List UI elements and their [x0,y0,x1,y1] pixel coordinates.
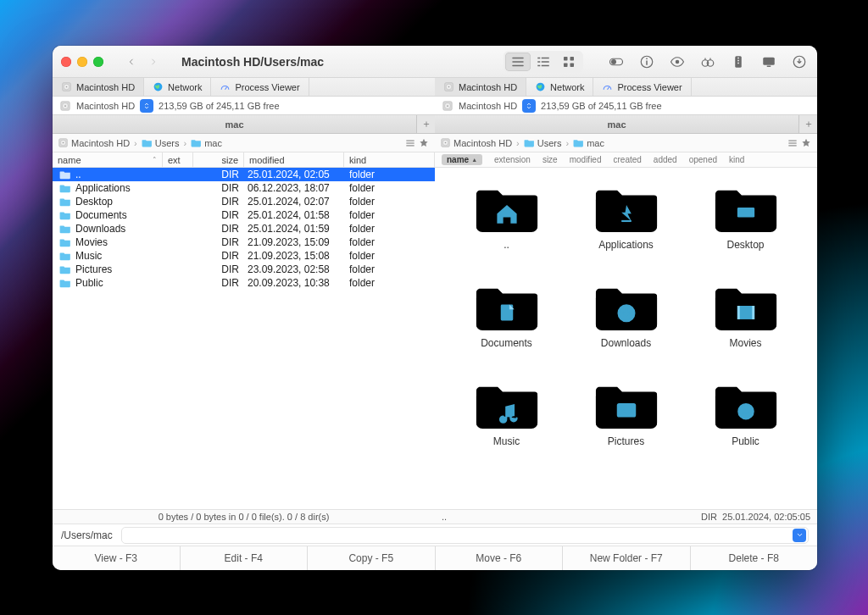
row-kind: folder [344,277,435,289]
folder-icon [595,281,658,330]
row-size: DIR [193,169,244,180]
scope-network-left[interactable]: Network [144,78,211,96]
table-row[interactable]: MusicDIR21.09.2023, 15:08folder [53,249,435,263]
crumb-mac-left[interactable]: mac [191,137,222,148]
scope-volume-left[interactable]: Macintosh HD [53,78,144,96]
grid-item[interactable]: Documents [447,281,566,380]
icon-col-added[interactable]: added [654,155,677,164]
close-button[interactable] [61,57,71,67]
icon-grid-right[interactable]: ..ApplicationsDesktopDocumentsDownloadsM… [435,168,817,509]
minimize-button[interactable] [77,57,87,67]
table-row[interactable]: DownloadsDIR25.01.2024, 01:59folder [53,222,435,235]
history-icon[interactable] [404,137,416,149]
window-controls [61,57,103,67]
panel-tab-add-right[interactable]: ＋ [798,115,817,133]
bottom-buttons: View - F3 Edit - F4 Copy - F5 Move - F6 … [53,546,817,570]
table-row[interactable]: ApplicationsDIR06.12.2023, 18:07folder [53,181,435,195]
col-name[interactable]: name˄ [53,152,163,167]
row-modified: 23.09.2023, 02:58 [244,263,344,275]
quicklook-icon[interactable] [668,53,687,71]
view-button[interactable]: View - F3 [53,546,181,570]
hidden-toggle-icon[interactable] [607,53,626,71]
col-ext[interactable]: ext [163,152,193,167]
crumb-root-left[interactable]: Macintosh HD [58,137,130,148]
grid-item[interactable]: Movies [686,281,805,380]
scope-process-left[interactable]: Process Viewer [211,78,309,96]
scope-volume-label: Macintosh HD [76,82,135,92]
grid-item[interactable]: Public [686,380,805,478]
search-icon[interactable] [698,53,717,71]
panel-tab-add-left[interactable]: ＋ [416,115,435,133]
row-size: DIR [193,250,244,262]
crumb-mac-right[interactable]: mac [573,137,604,148]
table-row[interactable]: MoviesDIR21.09.2023, 15:09folder [53,235,435,249]
favorite-icon[interactable] [418,137,430,149]
favorite-icon[interactable] [800,137,812,149]
nav-forward-button[interactable] [142,53,164,71]
path-dropdown-button[interactable] [793,529,806,542]
grid-item[interactable]: Applications [566,183,686,281]
grid-item-label: Downloads [601,337,651,349]
folder-icon [59,224,71,234]
icon-col-modified[interactable]: modified [570,155,602,164]
download-icon[interactable] [790,53,809,71]
view-list-button[interactable] [505,53,531,71]
grid-item-label: Documents [481,337,532,349]
window-title: Macintosh HD/Users/mac [181,55,324,69]
archive-icon[interactable] [729,53,748,71]
table-row[interactable]: DocumentsDIR25.01.2024, 01:58folder [53,208,435,222]
view-switch [504,51,583,73]
delete-button[interactable]: Delete - F8 [691,546,818,570]
crumb-users-right[interactable]: Users [524,137,562,148]
path-input[interactable] [121,527,809,544]
table-row[interactable]: PicturesDIR23.09.2023, 02:58folder [53,263,435,276]
crumb-root-right[interactable]: Macintosh HD [440,137,512,148]
scope-network-right[interactable]: Network [526,78,593,96]
chevron-right-icon: › [565,138,569,148]
scope-process-right[interactable]: Process Viewer [593,78,691,96]
scope-volume-label: Macintosh HD [459,82,517,92]
icon-col-extension[interactable]: extension [494,155,531,164]
icon-col-size[interactable]: size [542,155,558,164]
table-row[interactable]: DesktopDIR25.01.2024, 02:07folder [53,195,435,208]
view-grid-button[interactable] [556,53,581,71]
volume-refresh-right[interactable] [522,99,536,113]
screen-icon[interactable] [760,53,778,71]
grid-item-label: .. [504,239,509,251]
table-row[interactable]: PublicDIR20.09.2023, 10:38folder [53,276,435,290]
row-modified: 25.01.2024, 02:07 [244,196,344,208]
table-row[interactable]: ..DIR25.01.2024, 02:05folder [53,168,435,181]
move-button[interactable]: Move - F6 [436,546,564,570]
grid-item[interactable]: Desktop [686,183,805,281]
maximize-button[interactable] [93,57,103,67]
icon-col-name[interactable]: name [442,154,482,165]
history-icon[interactable] [787,137,798,149]
row-kind: folder [344,250,435,262]
copy-button[interactable]: Copy - F5 [308,546,436,570]
icon-col-kind[interactable]: kind [729,155,744,164]
grid-item[interactable]: Music [447,380,566,478]
crumb-users-left[interactable]: Users [142,137,180,148]
volume-refresh-left[interactable] [140,99,153,113]
view-detail-button[interactable] [531,53,556,71]
folder-icon [476,380,538,429]
new-folder-button[interactable]: New Folder - F7 [563,546,691,570]
scope-volume-right[interactable]: Macintosh HD [435,78,526,96]
folder-icon [715,183,777,232]
info-icon[interactable] [637,53,656,71]
edit-button[interactable]: Edit - F4 [181,546,309,570]
icon-col-created[interactable]: created [613,155,641,164]
grid-item[interactable]: Downloads [566,281,686,380]
grid-item[interactable]: Pictures [566,380,686,478]
grid-item[interactable]: .. [447,183,566,281]
icon-col-opened[interactable]: opened [689,155,717,164]
list-body-left[interactable]: ..DIR25.01.2024, 02:05folderApplications… [53,168,435,509]
folder-icon [59,237,71,247]
panel-tab-left[interactable]: mac [53,115,416,133]
col-size[interactable]: size [193,152,244,167]
nav-back-button[interactable] [120,53,142,71]
status-row: 0 bytes / 0 bytes in 0 / 0 file(s). 0 / … [53,510,817,524]
panel-tab-right[interactable]: mac [435,115,798,133]
col-modified[interactable]: modified [244,152,344,167]
col-kind[interactable]: kind [344,152,435,167]
